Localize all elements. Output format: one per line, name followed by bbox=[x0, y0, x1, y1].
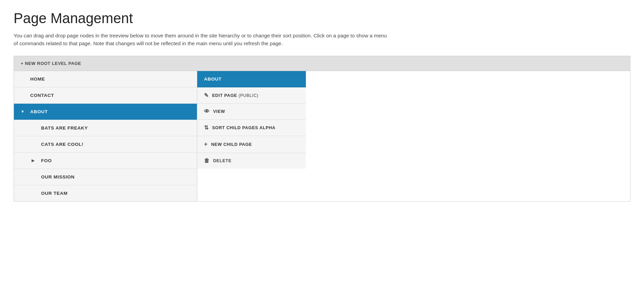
action-label-delete: DELETE bbox=[213, 158, 232, 163]
tree-row-home[interactable]: HOME bbox=[14, 71, 197, 87]
tree-label-bats: BATS ARE FREAKY bbox=[41, 125, 88, 131]
page-tree: HOME CONTACT ▼ ABOUT BATS ARE FREAKY CAT… bbox=[14, 71, 197, 201]
tree-row-about[interactable]: ▼ ABOUT bbox=[14, 104, 197, 120]
tree-row-foo[interactable]: ▶ FOO bbox=[14, 153, 197, 169]
tree-row-contact[interactable]: CONTACT bbox=[14, 87, 197, 104]
tree-label-home: HOME bbox=[30, 76, 45, 82]
new-root-button[interactable]: + NEW ROOT LEVEL PAGE bbox=[14, 56, 630, 71]
action-label-view: VIEW bbox=[213, 109, 225, 114]
plus-icon: + bbox=[204, 141, 208, 148]
expand-arrow-foo: ▶ bbox=[32, 158, 38, 163]
action-label-edit: EDIT PAGE (PUBLIC) bbox=[212, 93, 258, 98]
sort-icon: ⇅ bbox=[204, 124, 209, 131]
tree-row-our-team[interactable]: OUR TEAM bbox=[14, 185, 197, 201]
action-panel: ABOUT ✎ EDIT PAGE (PUBLIC) 👁 VIEW ⇅ SORT… bbox=[197, 71, 306, 169]
tree-label-mission: OUR MISSION bbox=[41, 174, 75, 180]
action-view[interactable]: 👁 VIEW bbox=[197, 104, 306, 120]
eye-icon: 👁 bbox=[204, 108, 210, 115]
trash-icon: 🗑 bbox=[204, 158, 210, 164]
page-tree-container: HOME CONTACT ▼ ABOUT BATS ARE FREAKY CAT… bbox=[14, 71, 630, 202]
action-header: ABOUT bbox=[197, 71, 306, 87]
page-title: Page Management bbox=[14, 10, 630, 27]
action-label-sort: SORT CHILD PAGES ALPHA bbox=[212, 125, 276, 130]
tree-row-our-mission[interactable]: OUR MISSION bbox=[14, 169, 197, 185]
edit-icon: ✎ bbox=[204, 92, 209, 99]
tree-row-bats-are-freaky[interactable]: BATS ARE FREAKY bbox=[14, 120, 197, 136]
action-menu: ABOUT ✎ EDIT PAGE (PUBLIC) 👁 VIEW ⇅ SORT… bbox=[197, 71, 306, 169]
action-sort-child[interactable]: ⇅ SORT CHILD PAGES ALPHA bbox=[197, 120, 306, 136]
tree-label-about: ABOUT bbox=[30, 109, 48, 114]
page-description: You can drag and drop page nodes in the … bbox=[14, 32, 387, 48]
action-delete[interactable]: 🗑 DELETE bbox=[197, 153, 306, 169]
tree-label-team: OUR TEAM bbox=[41, 191, 68, 196]
tree-label-foo: FOO bbox=[41, 158, 52, 163]
expand-arrow-about: ▼ bbox=[21, 109, 27, 114]
action-new-child[interactable]: + NEW CHILD PAGE bbox=[197, 136, 306, 153]
action-edit-page[interactable]: ✎ EDIT PAGE (PUBLIC) bbox=[197, 87, 306, 104]
tree-row-cats-are-cool[interactable]: CATS ARE COOL! bbox=[14, 136, 197, 153]
tree-label-contact: CONTACT bbox=[30, 93, 54, 98]
action-label-new-child: NEW CHILD PAGE bbox=[211, 142, 252, 147]
tree-label-cats: CATS ARE COOL! bbox=[41, 142, 84, 147]
